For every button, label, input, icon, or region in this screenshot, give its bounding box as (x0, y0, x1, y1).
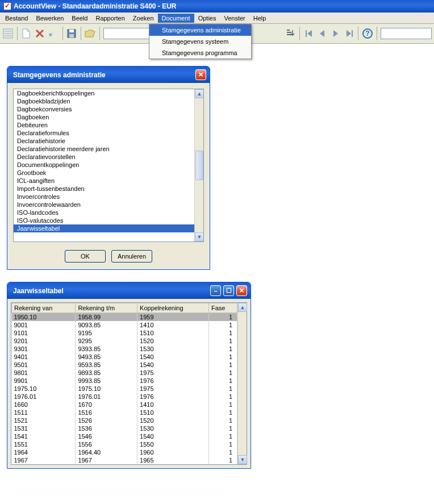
nav-first-icon[interactable] (303, 26, 315, 41)
table-cell: 1967 (12, 456, 76, 464)
list-item[interactable]: Jaarwisseltabel (14, 224, 194, 232)
menu-zoeken[interactable]: Zoeken (129, 14, 158, 23)
separator (81, 27, 81, 40)
table-row[interactable]: 1967196719651 (12, 456, 237, 464)
table-row[interactable]: 1976.011976.0119761 (12, 393, 237, 401)
table-row[interactable]: 1511151615101 (12, 409, 237, 416)
table-row[interactable]: 9201929515201 (12, 337, 237, 345)
scrollbar[interactable]: ▲ ▼ (237, 303, 247, 464)
menu-document[interactable]: Document (158, 14, 194, 23)
ok-button[interactable]: OK (65, 250, 106, 263)
quick-input[interactable] (381, 28, 432, 39)
table-row[interactable]: 19641964.4019601 (12, 448, 237, 456)
list-item[interactable]: Dagboekberichtkoppelingen (14, 89, 194, 97)
column-header[interactable]: Fase (209, 303, 237, 313)
menu-rapporten[interactable]: Rapporten (91, 14, 128, 23)
sort-icon[interactable] (285, 26, 296, 41)
cancel-button[interactable]: Annuleren (111, 250, 152, 263)
table-cell: 9501 (12, 361, 76, 369)
dropdown-item[interactable]: Stamgegevens programma (149, 47, 251, 59)
table-row[interactable]: 90019093.8514101 (12, 321, 237, 329)
jaarwissel-table[interactable]: Rekening vanRekening t/mKoppelrekeningFa… (11, 303, 237, 464)
table-row[interactable]: 94019493.8515401 (12, 353, 237, 361)
app-titlebar: AccountView - Standaardadministratie S40… (0, 0, 434, 13)
column-header[interactable]: Rekening van (12, 303, 76, 313)
close-icon[interactable]: ✕ (195, 69, 206, 80)
scroll-up-icon[interactable]: ▲ (238, 303, 247, 312)
table-row[interactable]: 93019393.8515301 (12, 345, 237, 353)
scroll-down-icon[interactable]: ▼ (195, 232, 204, 241)
stamgegevens-listbox[interactable]: DagboekberichtkoppelingenDagboekbladzijd… (13, 89, 204, 242)
document-menu-dropdown: Stamgegevens administratieStamgegevens s… (149, 24, 252, 59)
list-item[interactable]: Declaratiehistorie meerdere jaren (14, 145, 194, 153)
list-item[interactable]: Debiteuren (14, 121, 194, 129)
delete-icon[interactable] (34, 26, 45, 41)
table-row[interactable]: 1975.101975.1019751 (12, 385, 237, 393)
list-item[interactable]: Declaratiehistorie (14, 137, 194, 145)
table-cell: 1 (209, 393, 237, 401)
list-item[interactable]: Declaratieformules (14, 129, 194, 137)
table-cell: 1 (209, 345, 237, 353)
table-row[interactable]: 1551155615501 (12, 440, 237, 448)
column-header[interactable]: Koppelrekening (137, 303, 209, 313)
save-icon[interactable] (66, 26, 77, 41)
table-cell: 1541 (12, 432, 76, 440)
minimize-icon[interactable]: – (210, 285, 221, 296)
scroll-up-icon[interactable]: ▲ (195, 89, 204, 98)
list-item[interactable]: Dagboekbladzijden (14, 97, 194, 105)
dropdown-item[interactable]: Stamgegevens systeem (149, 36, 251, 47)
list-item[interactable]: Documentkoppelingen (14, 161, 194, 169)
list-item[interactable]: Dagboeken (14, 113, 194, 121)
svg-rect-7 (69, 30, 74, 32)
list-item[interactable]: Declaratievoorstellen (14, 153, 194, 161)
table-cell: 1530 (137, 424, 209, 432)
table-row[interactable]: 1660167014101 (12, 401, 237, 409)
list-item[interactable]: Invoercontrolewaarden (14, 201, 194, 209)
table-row[interactable]: 95019593.8515401 (12, 361, 237, 369)
menu-bewerken[interactable]: Bewerken (32, 14, 68, 23)
dialog-title: Stamgegevens administratie (13, 71, 193, 79)
list-item[interactable]: ICL-aangiften (14, 177, 194, 185)
list-item[interactable]: Invoercontroles (14, 193, 194, 201)
new-icon[interactable] (20, 26, 32, 41)
folder-open-icon[interactable] (85, 26, 96, 41)
nav-prev-icon[interactable] (316, 26, 328, 41)
menu-bestand[interactable]: Bestand (1, 14, 32, 23)
close-icon[interactable]: ✕ (236, 285, 247, 296)
list-item[interactable]: Dagboekconversies (14, 105, 194, 113)
table-cell: 1 (209, 321, 237, 329)
undo-icon[interactable] (48, 26, 59, 41)
table-row[interactable]: 1541154615401 (12, 432, 237, 440)
list-item[interactable]: Grootboek (14, 169, 194, 177)
table-row[interactable]: 99019993.8519761 (12, 377, 237, 385)
column-header[interactable]: Rekening t/m (76, 303, 137, 313)
scrollbar[interactable]: ▲ ▼ (194, 89, 203, 241)
table-row[interactable]: 1531153615301 (12, 424, 237, 432)
nav-next-icon[interactable] (330, 26, 341, 41)
svg-rect-8 (69, 34, 74, 38)
nav-last-icon[interactable] (344, 26, 355, 41)
table-row[interactable]: 9101919515101 (12, 329, 237, 337)
scroll-thumb[interactable] (195, 151, 203, 180)
list-icon[interactable] (2, 26, 14, 41)
menu-opties[interactable]: Opties (194, 14, 220, 23)
table-row[interactable]: 98019893.8519751 (12, 369, 237, 377)
list-item[interactable]: Import-tussenbestanden (14, 185, 194, 193)
help-icon[interactable]: ? (362, 26, 373, 41)
table-cell: 1975.10 (76, 385, 137, 393)
table-cell: 1964 (12, 448, 76, 456)
menu-help[interactable]: Help (249, 14, 270, 23)
list-item[interactable]: ISO-landcodes (14, 209, 194, 216)
table-cell: 1976 (137, 393, 209, 401)
scroll-down-icon[interactable]: ▼ (238, 455, 247, 464)
table-row[interactable]: 1521152615201 (12, 416, 237, 424)
list-item[interactable]: ISO-valutacodes (14, 216, 194, 224)
dropdown-item[interactable]: Stamgegevens administratie (149, 24, 251, 36)
maximize-icon[interactable]: ☐ (223, 285, 234, 296)
dialog-buttons: OK Annuleren (7, 248, 210, 269)
app-icon (3, 2, 11, 10)
table-cell: 1 (209, 337, 237, 345)
table-row[interactable]: 1950.101958.9919591 (12, 313, 237, 322)
menu-venster[interactable]: Venster (220, 14, 249, 23)
menu-beeld[interactable]: Beeld (68, 14, 91, 23)
